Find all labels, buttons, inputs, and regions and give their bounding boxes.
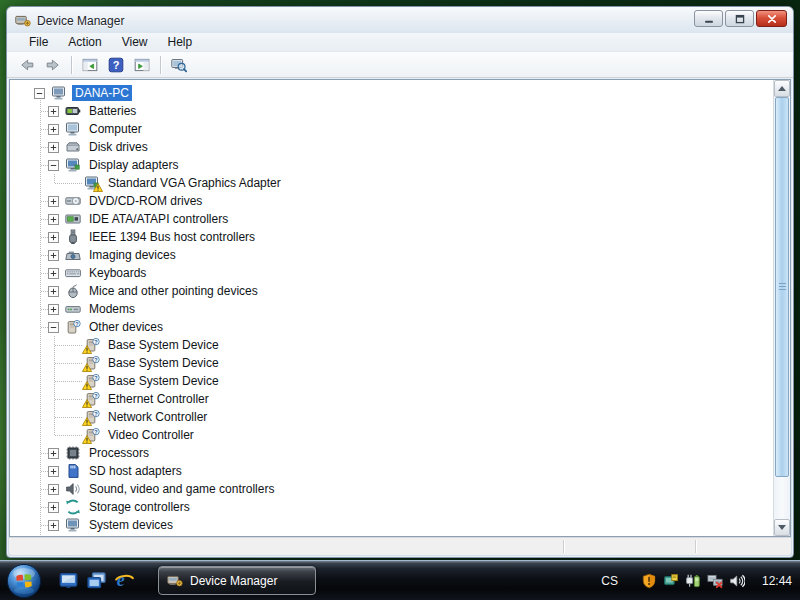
toolbar-separator	[160, 56, 161, 74]
tree-item-display-adapters[interactable]: Display adapters	[10, 156, 773, 174]
tree-item-computer[interactable]: Computer	[10, 120, 773, 138]
internet-explorer-icon[interactable]: e	[114, 571, 134, 591]
tree-item-keyboards[interactable]: Keyboards	[10, 264, 773, 282]
device-manager-window: Device Manager FileActionViewHelp ? DANA…	[6, 6, 794, 558]
tree-item-label: Video Controller	[105, 427, 197, 443]
toolbar-back-arrow-button[interactable]	[15, 53, 39, 76]
tree-item-label: System devices	[86, 517, 176, 533]
tree-item-label: Base System Device	[105, 355, 222, 371]
tree-item-disk-drives[interactable]: Disk drives	[10, 138, 773, 156]
tree-item-base-system-device[interactable]: ?Base System Device	[10, 354, 773, 372]
tree-item-network-controller[interactable]: ?Network Controller	[10, 408, 773, 426]
expand-plus-icon[interactable]	[48, 466, 59, 477]
network-disconnected-icon[interactable]	[707, 573, 723, 589]
taskbar: e Device Manager CS 12:44	[0, 560, 800, 600]
tree-item-ide-ata-atapi-controllers[interactable]: IDE ATA/ATAPI controllers	[10, 210, 773, 228]
volume-icon[interactable]	[729, 573, 745, 589]
tree-item-label: Universal Serial Bus controllers	[86, 535, 259, 536]
collapse-minus-icon[interactable]	[48, 322, 59, 333]
toolbar-forward-arrow-button[interactable]	[41, 53, 65, 76]
tree-item-other-devices[interactable]: ?Other devices	[10, 318, 773, 336]
tree-item-universal-serial-bus-controllers[interactable]: Universal Serial Bus controllers	[10, 534, 773, 536]
collapse-minus-icon[interactable]	[48, 160, 59, 171]
menu-file[interactable]: File	[19, 33, 58, 51]
language-indicator[interactable]: CS	[601, 574, 618, 588]
statusbar-divider	[695, 540, 696, 553]
scroll-up-button[interactable]	[774, 80, 790, 97]
expand-plus-icon[interactable]	[48, 304, 59, 315]
expand-plus-icon[interactable]	[48, 142, 59, 153]
tree-item-modems[interactable]: Modems	[10, 300, 773, 318]
scrollbar-track[interactable]	[774, 97, 790, 519]
back-arrow-icon	[19, 57, 35, 73]
unknown-device-icon: ?	[84, 427, 100, 443]
switch-windows-icon[interactable]	[86, 571, 106, 591]
tree-item-standard-vga-graphics-adapter[interactable]: Standard VGA Graphics Adapter	[10, 174, 773, 192]
tree-item-processors[interactable]: Processors	[10, 444, 773, 462]
expand-plus-icon[interactable]	[48, 106, 59, 117]
unknown-device-icon: ?	[84, 355, 100, 371]
svg-text:e: e	[116, 571, 124, 590]
menu-action[interactable]: Action	[58, 33, 111, 51]
expand-plus-icon[interactable]	[48, 502, 59, 513]
tree-item-dana-pc[interactable]: DANA-PC	[10, 84, 773, 102]
display-adapter-icon	[65, 157, 81, 173]
tree-item-base-system-device[interactable]: ?Base System Device	[10, 372, 773, 390]
show-desktop-icon[interactable]	[58, 571, 78, 591]
menu-view[interactable]: View	[112, 33, 158, 51]
toolbar-action-pane-button[interactable]	[130, 53, 154, 76]
tree-item-sd-host-adapters[interactable]: SD host adapters	[10, 462, 773, 480]
expand-plus-icon[interactable]	[48, 196, 59, 207]
expand-plus-icon[interactable]	[48, 214, 59, 225]
expand-plus-icon[interactable]	[48, 448, 59, 459]
expand-plus-icon[interactable]	[48, 286, 59, 297]
expand-plus-icon[interactable]	[48, 232, 59, 243]
close-button[interactable]	[756, 10, 787, 27]
security-shield-icon[interactable]	[641, 573, 657, 589]
expand-plus-icon[interactable]	[48, 250, 59, 261]
tree-item-label: DANA-PC	[72, 85, 132, 101]
tree-item-batteries[interactable]: Batteries	[10, 102, 773, 120]
collapse-minus-icon[interactable]	[34, 88, 45, 99]
tree-item-imaging-devices[interactable]: Imaging devices	[10, 246, 773, 264]
warning-overlay-icon	[82, 435, 92, 444]
statusbar-divider	[563, 540, 564, 553]
mouse-icon	[65, 283, 81, 299]
expand-plus-icon[interactable]	[48, 268, 59, 279]
expand-plus-icon[interactable]	[48, 520, 59, 531]
menu-help[interactable]: Help	[158, 33, 203, 51]
titlebar[interactable]: Device Manager	[7, 7, 793, 33]
tree-item-label: Base System Device	[105, 373, 222, 389]
tree-item-base-system-device[interactable]: ?Base System Device	[10, 336, 773, 354]
scroll-down-button[interactable]	[774, 519, 790, 536]
client-area: DANA-PCBatteriesComputerDisk drivesDispl…	[9, 79, 791, 537]
toolbar-scan-hardware-button[interactable]	[167, 53, 191, 76]
toolbar-console-tree-button[interactable]	[78, 53, 102, 76]
tree-item-system-devices[interactable]: System devices	[10, 516, 773, 534]
tree-item-dvd-cd-rom-drives[interactable]: DVD/CD-ROM drives	[10, 192, 773, 210]
expand-plus-icon[interactable]	[48, 484, 59, 495]
svg-text:?: ?	[94, 357, 97, 363]
tree-item-label: Network Controller	[105, 409, 210, 425]
tree-item-ieee-1394-bus-host-controllers[interactable]: IEEE 1394 Bus host controllers	[10, 228, 773, 246]
tree-item-mice-and-other-pointing-devices[interactable]: Mice and other pointing devices	[10, 282, 773, 300]
unknown-device-icon: ?	[84, 337, 100, 353]
start-button[interactable]	[6, 563, 42, 599]
tree-item-storage-controllers[interactable]: Storage controllers	[10, 498, 773, 516]
scrollbar-thumb[interactable]	[775, 97, 789, 477]
display-adapter-icon	[84, 175, 100, 191]
tree-item-sound-video-and-game-controllers[interactable]: Sound, video and game controllers	[10, 480, 773, 498]
expand-plus-icon[interactable]	[48, 124, 59, 135]
taskbar-button-device-manager[interactable]: Device Manager	[158, 566, 316, 595]
power-plug-icon[interactable]	[685, 573, 701, 589]
maximize-button[interactable]	[725, 10, 754, 27]
security-center-icon[interactable]	[663, 573, 679, 589]
minimize-button[interactable]	[694, 10, 723, 27]
window-controls	[694, 10, 787, 27]
taskbar-clock[interactable]: 12:44	[762, 574, 792, 588]
tree-item-ethernet-controller[interactable]: ?Ethernet Controller	[10, 390, 773, 408]
toolbar-help-button[interactable]: ?	[104, 53, 128, 76]
tree-item-video-controller[interactable]: ?Video Controller	[10, 426, 773, 444]
system-device-icon	[65, 517, 81, 533]
keyboard-icon	[65, 265, 81, 281]
